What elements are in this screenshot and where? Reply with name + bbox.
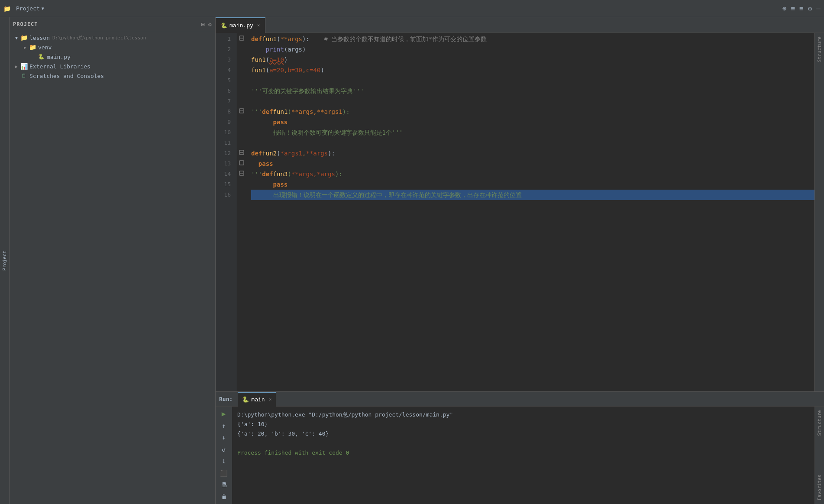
kwargs-8: **args,**args1 — [291, 107, 343, 117]
str-14b: ( — [288, 169, 291, 179]
indent-10 — [251, 127, 273, 138]
venv-label: venv — [38, 44, 52, 51]
run-tab-label: main — [251, 396, 265, 403]
layout2-icon[interactable]: ≡ — [799, 4, 804, 13]
comma-1: , — [284, 65, 288, 75]
comma-2: , — [302, 65, 306, 75]
tree-item-scratches[interactable]: 🗒 Scratches and Consoles — [10, 71, 215, 81]
str-8b: ( — [288, 107, 291, 117]
code-editor[interactable]: 1 2 3 4 5 6 7 8 9 10 11 12 13 — [216, 33, 814, 391]
fold-2-empty — [237, 43, 246, 54]
move-to-bottom-button[interactable]: ⤓ — [218, 457, 230, 466]
terminal-line-3: {'a': 20, 'b': 30, 'c': 40} — [237, 429, 809, 439]
tab-mainpy[interactable]: 🐍 main.py × — [216, 17, 265, 33]
comma-12: , — [302, 148, 306, 158]
arrow-lesson-icon: ▼ — [13, 34, 20, 41]
sidebar-tools: ⊟ ⚙ — [201, 21, 212, 28]
run-tab-close[interactable]: × — [269, 397, 272, 402]
terminal-line-5: Process finished with exit code 0 — [237, 448, 809, 458]
settings2-icon[interactable]: ⚙ — [208, 21, 212, 28]
structure-tab[interactable]: Structure — [817, 36, 822, 62]
paren-4a: ( — [266, 65, 269, 75]
paren-3a: ( — [266, 55, 269, 65]
tree-item-ext-libs[interactable]: ▶ 📊 External Libraries — [10, 61, 215, 71]
folder-lesson-icon: 📁 — [20, 34, 28, 41]
folder-ext-icon: 📊 — [20, 63, 28, 70]
tree-item-venv[interactable]: ▶ 📁 venv — [10, 42, 215, 52]
run-label: Run: — [219, 396, 233, 402]
layout-icon[interactable]: ≡ — [791, 4, 795, 13]
tree-item-lesson[interactable]: ▼ 📁 lesson D:\python总\python project\les… — [10, 33, 215, 42]
minimize-icon[interactable]: — — [816, 4, 821, 13]
paren-print: (args) — [284, 44, 306, 55]
fold-12[interactable] — [237, 147, 246, 158]
fold-8[interactable] — [237, 106, 246, 116]
sidebar-content: ▼ 📁 lesson D:\python总\python project\les… — [10, 31, 215, 504]
terminal-output: D:\python\python.exe "D:/python总/python … — [232, 407, 814, 504]
add-target-icon[interactable]: ⊕ — [782, 4, 787, 13]
code-line-8: ''' def fun1 ( **args,**args1 ): — [251, 107, 814, 117]
fn-fun2: fun2 — [262, 148, 277, 158]
line-num-7: 7 — [216, 96, 233, 107]
scroll-up-button[interactable]: ↑ — [218, 421, 230, 430]
line-num-2: 2 — [216, 44, 233, 55]
delete-button[interactable]: 🗑 — [218, 492, 230, 501]
project-dropdown[interactable]: Project ▼ — [13, 4, 47, 13]
print-button[interactable]: 🖶 — [218, 480, 230, 489]
favorites-label[interactable]: Favorites — [817, 475, 822, 501]
fold-icon-1 — [239, 36, 244, 41]
call-fun1-3: fun1 — [251, 55, 266, 65]
run-button[interactable]: ▶ — [218, 409, 230, 418]
kw-def-14: def — [262, 169, 273, 179]
title-bar: 📁 Project ▼ ⊕ ≡ ≡ ⚙ — — [0, 0, 824, 17]
tab-close-button[interactable]: × — [257, 23, 260, 28]
line-num-15: 15 — [216, 179, 233, 190]
file-python-icon: 🐍 — [37, 53, 45, 60]
dropdown-arrow-icon: ▼ — [42, 6, 44, 11]
left-vertical-bar: Project — [0, 17, 10, 504]
structure-bottom-label[interactable]: Structure — [817, 410, 822, 436]
code-line-7 — [251, 96, 814, 107]
paren-2: ): — [302, 34, 324, 44]
indent-13 — [251, 158, 259, 169]
project-icon: 📁 — [3, 5, 11, 12]
settings-icon[interactable]: ⚙ — [808, 4, 812, 13]
args1-12: *args1 — [280, 148, 302, 158]
terminal-cmd: D:\python\python.exe "D:/python总/python … — [237, 411, 453, 418]
fold-icon-13 — [239, 160, 244, 165]
collapse-all-icon[interactable]: ⊟ — [201, 21, 204, 28]
title-bar-icons: ⊕ ≡ ≡ ⚙ — — [782, 4, 821, 13]
line-num-10: 10 — [216, 127, 233, 138]
fold-1[interactable] — [237, 33, 246, 43]
paren-1: ( — [277, 34, 280, 44]
scroll-down-button[interactable]: ↓ — [218, 433, 230, 442]
code-line-13: pass — [251, 158, 814, 169]
sidebar-header: Project ⊟ ⚙ — [10, 17, 215, 31]
str-16: 出现报错！说明在一个函数定义的过程中，即存在种许范的关键字参数，出存在种许范的位… — [273, 190, 522, 200]
bottom-content: ▶ ↑ ↓ ↺ ⤓ ⬛ 🖶 🗑 D:\python\python.exe "D:… — [216, 407, 824, 504]
fold-6-empty — [237, 85, 246, 95]
code-content[interactable]: def fun1 ( **args ): # 当参数的个数不知道的时候，前面加*… — [246, 33, 814, 391]
stop-button[interactable]: ⬛ — [218, 468, 230, 478]
str-14a: ''' — [251, 169, 262, 179]
rerun-button[interactable]: ↺ — [218, 445, 230, 454]
line-num-14: 14 — [216, 169, 233, 179]
fold-13[interactable] — [237, 158, 246, 168]
bottom-tool-sidebar: ▶ ↑ ↓ ↺ ⤓ ⬛ 🖶 🗑 — [216, 407, 232, 504]
indent-16 — [251, 190, 273, 200]
fold-3-empty — [237, 54, 246, 64]
str-6: '''可变的关键字参数输出结果为字典''' — [251, 86, 364, 96]
project-vertical-label[interactable]: Project — [1, 247, 8, 274]
arrow-ext-icon: ▶ — [13, 63, 20, 70]
kwargs-1: **args — [280, 34, 302, 44]
fold-14[interactable] — [237, 168, 246, 178]
str-14c: ): — [335, 169, 343, 179]
editor-region: 1 2 3 4 5 6 7 8 9 10 11 12 13 — [216, 33, 824, 391]
paren-12b: ): — [328, 148, 335, 158]
tabs-row: 🐍 main.py × — [216, 17, 824, 33]
kw-pass-9: pass — [273, 117, 288, 127]
paren-3b: ) — [284, 55, 288, 65]
bottom-tab-main[interactable]: 🐍 main × — [238, 392, 276, 407]
line-numbers: 1 2 3 4 5 6 7 8 9 10 11 12 13 — [216, 33, 237, 391]
tree-item-mainpy[interactable]: 🐍 main.py — [10, 52, 215, 61]
